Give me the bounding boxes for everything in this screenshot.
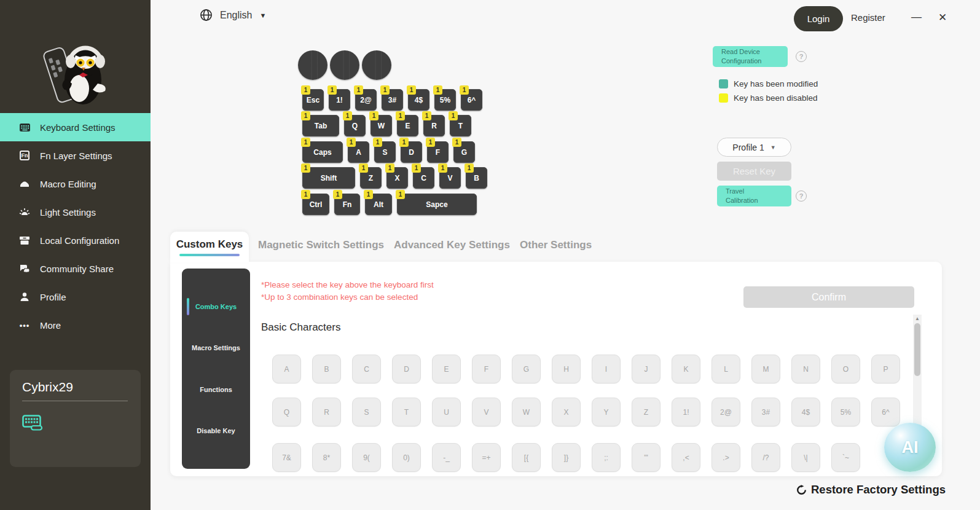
device-key-q[interactable]: 1Q	[344, 115, 366, 136]
subnav-combo-keys[interactable]: Combo Keys	[195, 303, 237, 310]
device-key-g[interactable]: 1G	[453, 141, 475, 163]
sidebar-item-fn-layer-settings[interactable]: Fn Fn Layer Settings	[0, 141, 151, 170]
sidebar-item-keyboard-settings[interactable]: Keyboard Settings	[0, 113, 151, 141]
device-key-3[interactable]: 13#	[382, 89, 403, 111]
tab-other-settings[interactable]: Other Settings	[520, 239, 592, 251]
subnav-disable-key[interactable]: Disable Key	[197, 427, 235, 434]
device-key-x[interactable]: 1X	[386, 167, 408, 189]
grid-key[interactable]: X	[552, 398, 581, 426]
scroll-up-icon[interactable]: ▲	[913, 316, 922, 321]
rotary-knob[interactable]	[362, 50, 391, 80]
tab-advanced-key-settings[interactable]: Advanced Key Settings	[394, 239, 510, 251]
device-key-z[interactable]: 1Z	[360, 167, 382, 189]
sidebar-item-local-configuration[interactable]: Local Configuration	[0, 226, 151, 254]
travel-calibration-button[interactable]: Travel Calibration	[717, 186, 791, 206]
device-key-w[interactable]: 1W	[370, 115, 392, 136]
grid-key[interactable]: E	[432, 355, 461, 383]
grid-key[interactable]: \|	[791, 443, 820, 472]
device-key-shift[interactable]: 1Shift	[302, 167, 355, 189]
grid-key[interactable]: H	[552, 355, 581, 383]
rotary-knob[interactable]	[330, 50, 359, 80]
grid-key[interactable]: /?	[751, 443, 780, 472]
device-key-d[interactable]: 1D	[401, 141, 422, 163]
device-key-5[interactable]: 15%	[434, 89, 456, 111]
scrollbar-thumb[interactable]	[914, 323, 920, 376]
subnav-functions[interactable]: Functions	[200, 386, 232, 393]
device-key-r[interactable]: 1R	[423, 115, 445, 136]
device-key-esc[interactable]: 1Esc	[302, 89, 324, 111]
grid-key[interactable]: P	[871, 355, 900, 383]
restore-factory-settings-button[interactable]: Restore Factory Settings	[796, 483, 946, 496]
device-key-4[interactable]: 14$	[408, 89, 429, 111]
grid-key[interactable]: 3#	[751, 398, 780, 426]
grid-key[interactable]: W	[512, 398, 541, 426]
tab-magnetic-switch-settings[interactable]: Magnetic Switch Settings	[258, 239, 384, 251]
language-selector[interactable]: English ▼	[200, 9, 266, 22]
grid-key[interactable]: =+	[472, 443, 501, 472]
grid-key[interactable]: O	[831, 355, 860, 383]
read-device-configuration-button[interactable]: Read Device Configuration	[713, 46, 788, 67]
device-key-a[interactable]: 1A	[348, 141, 369, 163]
grid-key[interactable]: A	[272, 355, 301, 383]
reset-key-button[interactable]: Reset Key	[717, 162, 791, 181]
grid-key[interactable]: T	[392, 398, 421, 426]
sidebar-item-profile[interactable]: Profile	[0, 283, 151, 311]
device-key-ctrl[interactable]: 1Ctrl	[302, 194, 329, 215]
grid-key[interactable]: G	[512, 355, 541, 383]
device-key-c[interactable]: 1C	[413, 167, 434, 189]
grid-key[interactable]: F	[472, 355, 501, 383]
device-key-s[interactable]: 1S	[374, 141, 396, 163]
grid-key[interactable]: `~	[831, 443, 860, 472]
ai-assistant-button[interactable]: AI	[884, 423, 936, 472]
grid-key[interactable]: 7&	[272, 443, 301, 472]
grid-key[interactable]: Z	[632, 398, 661, 426]
grid-key[interactable]: 5%	[831, 398, 860, 426]
grid-key[interactable]: M	[751, 355, 780, 383]
grid-key[interactable]: N	[791, 355, 820, 383]
grid-key[interactable]: C	[352, 355, 381, 383]
sidebar-item-community-share[interactable]: Community Share	[0, 254, 151, 283]
grid-key[interactable]: 1!	[672, 398, 700, 426]
grid-key[interactable]: 6^	[871, 398, 900, 426]
grid-key[interactable]: K	[672, 355, 700, 383]
device-key-tab[interactable]: 1Tab	[302, 115, 339, 136]
grid-key[interactable]: B	[312, 355, 341, 383]
sidebar-item-light-settings[interactable]: Light Settings	[0, 198, 151, 226]
device-key-v[interactable]: 1V	[439, 167, 461, 189]
grid-key[interactable]: D	[392, 355, 421, 383]
grid-key[interactable]: ,<	[672, 443, 700, 472]
device-key-6[interactable]: 16^	[461, 89, 482, 111]
grid-key[interactable]: '"	[632, 443, 661, 472]
grid-key[interactable]: V	[472, 398, 501, 426]
device-key-t[interactable]: 1T	[450, 115, 471, 136]
device-key-b[interactable]: 1B	[466, 167, 487, 189]
device-key-fn[interactable]: 1Fn	[334, 194, 360, 215]
grid-key[interactable]: ;:	[592, 443, 621, 472]
close-icon[interactable]: ✕	[938, 11, 947, 24]
user-card[interactable]: Cybrix29	[10, 370, 141, 467]
login-button[interactable]: Login	[794, 6, 843, 31]
help-icon[interactable]: ?	[796, 190, 807, 202]
device-key-f[interactable]: 1F	[427, 141, 449, 163]
profile-dropdown[interactable]: Profile 1 ▼	[717, 138, 791, 157]
grid-key[interactable]: R	[312, 398, 341, 426]
subnav-macro-settings[interactable]: Macro Settings	[192, 344, 240, 351]
grid-key[interactable]: L	[711, 355, 740, 383]
grid-key[interactable]: 4$	[791, 398, 820, 426]
device-key-caps[interactable]: 1Caps	[302, 141, 343, 163]
grid-key[interactable]: 2@	[711, 398, 740, 426]
device-key-alt[interactable]: 1Alt	[365, 194, 392, 215]
grid-key[interactable]: 0)	[392, 443, 421, 472]
grid-key[interactable]: [{	[512, 443, 541, 472]
grid-key[interactable]: -_	[432, 443, 461, 472]
register-button[interactable]: Register	[851, 12, 885, 23]
sidebar-item-macro-editing[interactable]: Macro Editing	[0, 170, 151, 198]
rotary-knob[interactable]	[298, 50, 327, 80]
grid-key[interactable]: .>	[711, 443, 740, 472]
grid-key[interactable]: I	[592, 355, 621, 383]
grid-key[interactable]: Q	[272, 398, 301, 426]
grid-key[interactable]: 8*	[312, 443, 341, 472]
tab-custom-keys[interactable]: Custom Keys	[170, 232, 249, 262]
confirm-button[interactable]: Confirm	[743, 286, 914, 308]
grid-key[interactable]: U	[432, 398, 461, 426]
